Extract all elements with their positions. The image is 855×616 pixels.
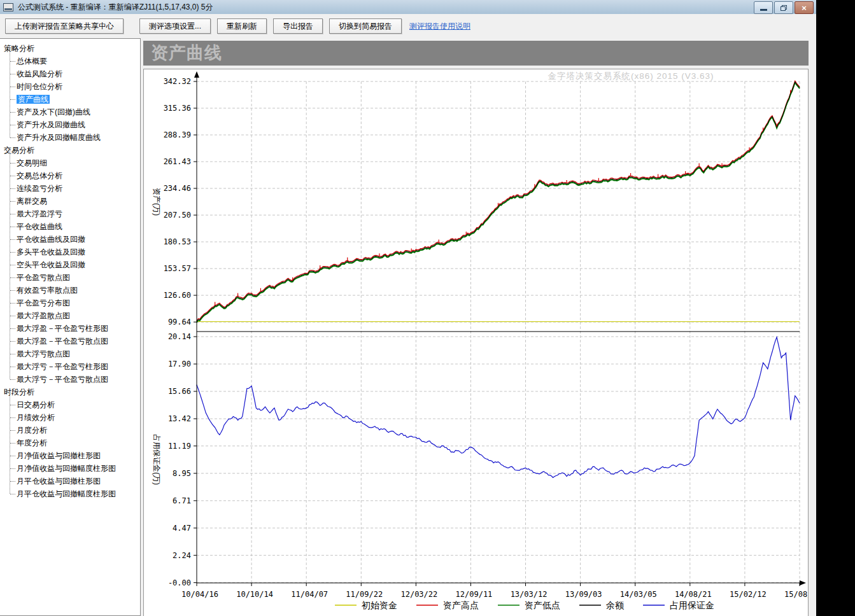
sidebar-section-2-children: 日交易分析月绩效分析月度分析年度分析月净值收益与回撤柱形图月净值收益与回撤幅度柱… <box>0 398 140 500</box>
svg-text:11/04/07: 11/04/07 <box>291 590 328 599</box>
svg-text:6.71: 6.71 <box>173 496 191 505</box>
sidebar-item-s0-6[interactable]: 资产升水及回撤幅度曲线 <box>0 131 140 144</box>
svg-text:11/09/22: 11/09/22 <box>346 590 383 599</box>
upload-report-button[interactable]: 上传测评报告至策略共享中心 <box>5 18 124 34</box>
app-window: 公式测试系统 - 重新编译：重新编译ZJ11(1,5,17,43,0) 5分 ×… <box>0 0 816 616</box>
refresh-button[interactable]: 重新刷新 <box>217 18 267 34</box>
sidebar-item-s1-0[interactable]: 交易明细 <box>0 157 140 169</box>
svg-text:207.50: 207.50 <box>164 211 191 220</box>
svg-text:315.36: 315.36 <box>164 104 191 113</box>
minimize-button[interactable] <box>754 1 773 14</box>
sidebar-item-s1-13[interactable]: 最大浮盈－平仓盈亏柱形图 <box>0 322 140 335</box>
sidebar-section-1[interactable]: 交易分析 <box>0 144 140 157</box>
close-icon: × <box>802 4 807 12</box>
svg-text:11.19: 11.19 <box>168 442 191 451</box>
report-tree-sidebar: 策略分析总体概要收益风险分析时间仓位分析资产曲线资产及水下(回撤)曲线资产升水及… <box>0 38 141 616</box>
close-button[interactable]: × <box>795 1 814 14</box>
legend-label-4: 占用保证金 <box>670 600 714 610</box>
sidebar-item-s2-3[interactable]: 年度分析 <box>0 437 140 449</box>
svg-text:10/04/16: 10/04/16 <box>181 590 218 599</box>
svg-text:13/03/12: 13/03/12 <box>511 590 548 599</box>
restore-icon <box>780 4 788 11</box>
legend-label-3: 余额 <box>606 600 624 610</box>
sidebar-section-0[interactable]: 策略分析 <box>0 42 140 55</box>
sidebar-item-s1-15[interactable]: 最大浮亏散点图 <box>0 347 140 360</box>
sidebar-item-s2-0[interactable]: 日交易分析 <box>0 398 140 411</box>
sidebar-item-s1-4[interactable]: 最大浮盈浮亏 <box>0 207 140 220</box>
sidebar-item-s1-1[interactable]: 交易总体分析 <box>0 169 140 182</box>
svg-text:17.90: 17.90 <box>168 360 191 368</box>
svg-text:20.14: 20.14 <box>168 332 191 341</box>
sidebar-item-s2-6[interactable]: 月平仓收益与回撤柱形图 <box>0 475 140 487</box>
sidebar-item-s2-4[interactable]: 月净值收益与回撤柱形图 <box>0 449 140 462</box>
svg-text:12/09/11: 12/09/11 <box>456 590 493 599</box>
sidebar-item-s1-5[interactable]: 平仓收益曲线 <box>0 220 140 233</box>
y-axis-label-margin: 占用保证金(万) <box>152 434 161 485</box>
report-help-link[interactable]: 测评报告使用说明 <box>409 21 470 32</box>
sidebar-item-s1-14[interactable]: 最大浮盈－平仓盈亏散点图 <box>0 335 140 347</box>
y-axis-arrow <box>194 71 199 78</box>
restore-button[interactable] <box>774 1 793 14</box>
sidebar-item-s2-2[interactable]: 月度分析 <box>0 424 140 437</box>
chart-panel: 342.32315.36288.39261.43234.46207.50180.… <box>143 69 809 616</box>
sidebar-item-s0-4[interactable]: 资产及水下(回撤)曲线 <box>0 106 140 118</box>
sidebar-item-s0-5[interactable]: 资产升水及回撤曲线 <box>0 118 140 131</box>
svg-text:10/10/14: 10/10/14 <box>236 590 273 599</box>
svg-text:261.43: 261.43 <box>164 157 191 166</box>
sidebar-item-s2-5[interactable]: 月净值收益与回撤幅度柱形图 <box>0 462 140 475</box>
sidebar-item-s1-10[interactable]: 有效盈亏率散点图 <box>0 284 140 297</box>
svg-text:8.95: 8.95 <box>173 469 191 478</box>
series-asset-high <box>197 81 800 321</box>
sidebar-item-s0-1[interactable]: 收益风险分析 <box>0 67 140 80</box>
legend-label-0: 初始资金 <box>361 600 397 610</box>
svg-text:14/03/05: 14/03/05 <box>620 590 657 599</box>
sidebar-section-1-children: 交易明细交易总体分析连续盈亏分析离群交易最大浮盈浮亏平仓收益曲线平仓收益曲线及回… <box>0 157 140 386</box>
switch-simple-report-button[interactable]: 切换到简易报告 <box>329 18 402 34</box>
svg-text:15/02/12: 15/02/12 <box>730 590 767 599</box>
watermark: 金字塔决策交易系统(x86) 2015 (V3.63) <box>548 71 714 81</box>
svg-text:14/08/21: 14/08/21 <box>675 590 712 599</box>
svg-text:153.57: 153.57 <box>164 264 191 273</box>
sidebar-item-s1-3[interactable]: 离群交易 <box>0 195 140 207</box>
sidebar-item-s1-2[interactable]: 连续盈亏分析 <box>0 182 140 195</box>
svg-text:180.53: 180.53 <box>164 237 191 246</box>
sidebar-item-s1-16[interactable]: 最大浮亏－平仓盈亏柱形图 <box>0 360 140 373</box>
sidebar-item-s2-1[interactable]: 月绩效分析 <box>0 411 140 424</box>
eval-options-button[interactable]: 测评选项设置... <box>139 18 211 34</box>
svg-text:234.46: 234.46 <box>164 184 191 193</box>
x-axis-arrow <box>800 580 806 585</box>
series-balance <box>197 82 800 322</box>
sidebar-item-s1-7[interactable]: 多头平仓收益及回撤 <box>0 246 140 258</box>
svg-text:15.66: 15.66 <box>168 387 191 396</box>
page-title: 资产曲线 <box>143 41 809 66</box>
chart-legend: 初始资金资产高点资产低点余额占用保证金 <box>335 600 714 610</box>
svg-text:4.47: 4.47 <box>173 524 191 533</box>
app-icon <box>3 3 13 11</box>
sidebar-section-0-children: 总体概要收益风险分析时间仓位分析资产曲线资产及水下(回撤)曲线资产升水及回撤曲线… <box>0 55 140 144</box>
minimize-icon <box>760 9 767 11</box>
svg-text:288.39: 288.39 <box>164 130 191 139</box>
sidebar-item-selected[interactable]: 资产曲线 <box>17 95 50 104</box>
sidebar-item-s1-12[interactable]: 最大浮盈散点图 <box>0 309 140 322</box>
sidebar-item-s0-0[interactable]: 总体概要 <box>0 55 140 67</box>
export-report-button[interactable]: 导出报告 <box>273 18 323 34</box>
sidebar-item-s1-9[interactable]: 平仓盈亏散点图 <box>0 271 140 284</box>
svg-text:12/03/22: 12/03/22 <box>400 590 437 599</box>
sidebar-section-2[interactable]: 时段分析 <box>0 386 140 398</box>
svg-text:13.42: 13.42 <box>168 414 191 423</box>
svg-text:126.60: 126.60 <box>164 291 191 300</box>
sidebar-item-s0-3[interactable]: 资产曲线 <box>0 93 140 106</box>
svg-text:15/08/06: 15/08/06 <box>784 590 808 599</box>
legend-label-2: 资产低点 <box>525 600 560 610</box>
svg-text:2.24: 2.24 <box>173 551 191 560</box>
sidebar-item-s1-11[interactable]: 平仓盈亏分布图 <box>0 297 140 309</box>
sidebar-item-s1-6[interactable]: 平仓收益曲线及回撤 <box>0 233 140 246</box>
sidebar-item-s2-7[interactable]: 月平仓收益与回撤幅度柱形图 <box>0 487 140 500</box>
titlebar[interactable]: 公式测试系统 - 重新编译：重新编译ZJ11(1,5,17,43,0) 5分 × <box>0 0 816 15</box>
sidebar-item-s0-2[interactable]: 时间仓位分析 <box>0 80 140 93</box>
sidebar-item-s1-17[interactable]: 最大浮亏－平仓盈亏散点图 <box>0 373 140 386</box>
sidebar-item-s1-8[interactable]: 空头平仓收益及回撤 <box>0 258 140 271</box>
window-title: 公式测试系统 - 重新编译：重新编译ZJ11(1,5,17,43,0) 5分 <box>18 2 213 13</box>
legend-label-1: 资产高点 <box>443 600 479 610</box>
toolbar: 上传测评报告至策略共享中心 测评选项设置... 重新刷新 导出报告 切换到简易报… <box>0 14 816 38</box>
